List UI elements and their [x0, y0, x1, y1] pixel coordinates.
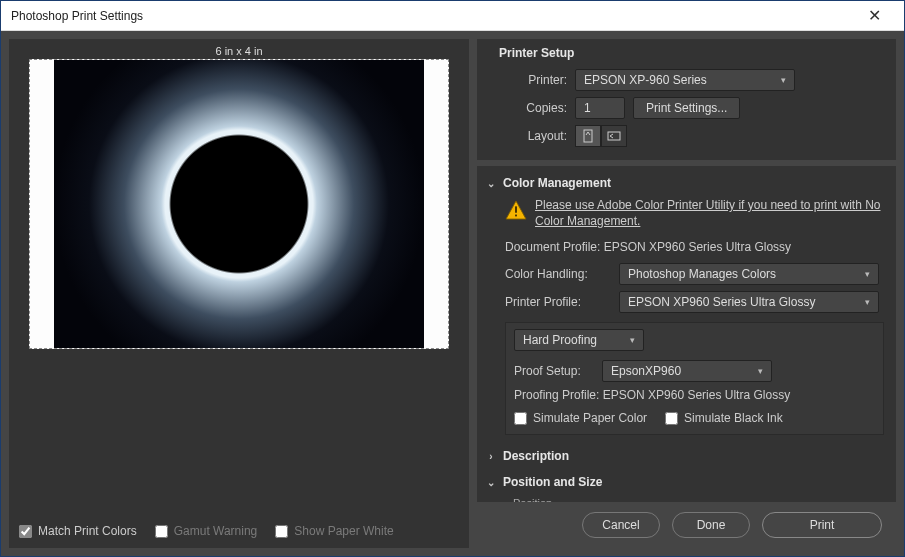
gamut-warning-checkbox[interactable]: Gamut Warning — [155, 524, 258, 538]
preview-options: Match Print Colors Gamut Warning Show Pa… — [15, 516, 463, 542]
svg-rect-4 — [515, 215, 517, 217]
color-handling-dropdown[interactable]: Photoshop Manages Colors ▾ — [619, 263, 879, 285]
color-management-title: Color Management — [503, 176, 611, 190]
svg-rect-3 — [515, 206, 517, 212]
description-title: Description — [503, 449, 569, 463]
printer-profile-label: Printer Profile: — [505, 295, 611, 309]
proofing-mode-value: Hard Proofing — [523, 333, 597, 347]
proofing-profile-line: Proofing Profile: EPSON XP960 Series Ult… — [514, 385, 875, 408]
cancel-button[interactable]: Cancel — [582, 512, 660, 538]
match-print-colors-label: Match Print Colors — [38, 524, 137, 538]
content-area: 6 in x 4 in Match Print Colors Gamut War… — [1, 31, 904, 556]
window-title: Photoshop Print Settings — [11, 9, 854, 23]
chevron-right-icon: › — [485, 451, 497, 462]
preview-panel: 6 in x 4 in Match Print Colors Gamut War… — [9, 39, 469, 548]
document-profile-line: Document Profile: EPSON XP960 Series Ult… — [505, 237, 884, 260]
proof-setup-dropdown[interactable]: EpsonXP960 ▾ — [602, 360, 772, 382]
color-management-section: ⌄ Color Management Please use Adobe Colo… — [483, 172, 888, 441]
description-toggle[interactable]: › Description — [483, 445, 888, 467]
layout-landscape-button[interactable] — [601, 125, 627, 147]
copies-input[interactable]: 1 — [575, 97, 625, 119]
printer-setup-section: Printer Setup Printer: EPSON XP-960 Seri… — [477, 39, 896, 160]
settings-panel: Printer Setup Printer: EPSON XP-960 Seri… — [477, 39, 896, 548]
color-management-toggle[interactable]: ⌄ Color Management — [483, 172, 888, 194]
position-size-section: ⌄ Position and Size Position — [483, 471, 888, 502]
description-section: › Description — [483, 445, 888, 467]
simulate-paper-color-label: Simulate Paper Color — [533, 411, 647, 425]
proofing-mode-dropdown[interactable]: Hard Proofing ▾ — [514, 329, 644, 351]
chevron-down-icon: ⌄ — [485, 178, 497, 189]
printer-setup-title: Printer Setup — [489, 43, 884, 66]
paper-size-label: 6 in x 4 in — [15, 45, 463, 57]
proof-setup-value: EpsonXP960 — [611, 364, 681, 378]
simulate-paper-color-input[interactable] — [514, 412, 527, 425]
position-size-title: Position and Size — [503, 475, 602, 489]
print-settings-window: Photoshop Print Settings ✕ 6 in x 4 in M… — [0, 0, 905, 557]
show-paper-white-label: Show Paper White — [294, 524, 393, 538]
gamut-warning-label: Gamut Warning — [174, 524, 258, 538]
gamut-warning-input[interactable] — [155, 525, 168, 538]
color-handling-label: Color Handling: — [505, 267, 611, 281]
preview-box: 6 in x 4 in — [15, 45, 463, 349]
printer-dropdown[interactable]: EPSON XP-960 Series ▾ — [575, 69, 795, 91]
paper-preview[interactable] — [29, 59, 449, 349]
chevron-down-icon: ▾ — [630, 335, 635, 345]
layout-label: Layout: — [489, 129, 567, 143]
landscape-icon — [607, 129, 621, 143]
printer-label: Printer: — [489, 73, 567, 87]
chevron-down-icon: ▾ — [758, 366, 763, 376]
done-button[interactable]: Done — [672, 512, 750, 538]
print-button[interactable]: Print — [762, 512, 882, 538]
layout-toggle — [575, 125, 627, 147]
color-utility-link[interactable]: Please use Adobe Color Printer Utility i… — [535, 198, 884, 229]
chevron-down-icon: ⌄ — [485, 477, 497, 488]
layout-portrait-button[interactable] — [575, 125, 601, 147]
match-print-colors-checkbox[interactable]: Match Print Colors — [19, 524, 137, 538]
printer-profile-value: EPSON XP960 Series Ultra Glossy — [628, 295, 815, 309]
position-subheading: Position — [483, 493, 888, 502]
simulate-black-ink-input[interactable] — [665, 412, 678, 425]
show-paper-white-checkbox[interactable]: Show Paper White — [275, 524, 393, 538]
chevron-down-icon: ▾ — [865, 269, 870, 279]
preview-image — [54, 60, 424, 348]
copies-label: Copies: — [489, 101, 567, 115]
proofing-box: Hard Proofing ▾ Proof Setup: EpsonXP960 … — [505, 322, 884, 435]
warning-icon — [505, 200, 527, 220]
close-button[interactable]: ✕ — [854, 3, 894, 29]
portrait-icon — [581, 129, 595, 143]
simulate-paper-color-checkbox[interactable]: Simulate Paper Color — [514, 411, 647, 425]
chevron-down-icon: ▾ — [865, 297, 870, 307]
show-paper-white-input[interactable] — [275, 525, 288, 538]
titlebar: Photoshop Print Settings ✕ — [1, 1, 904, 31]
printer-value: EPSON XP-960 Series — [584, 73, 707, 87]
position-size-toggle[interactable]: ⌄ Position and Size — [483, 471, 888, 493]
settings-scroll[interactable]: ⌄ Color Management Please use Adobe Colo… — [477, 166, 896, 502]
simulate-black-ink-label: Simulate Black Ink — [684, 411, 783, 425]
match-print-colors-input[interactable] — [19, 525, 32, 538]
color-handling-value: Photoshop Manages Colors — [628, 267, 776, 281]
print-settings-button[interactable]: Print Settings... — [633, 97, 740, 119]
simulate-black-ink-checkbox[interactable]: Simulate Black Ink — [665, 411, 783, 425]
proof-setup-label: Proof Setup: — [514, 364, 594, 378]
dialog-footer: Cancel Done Print — [477, 502, 896, 548]
printer-profile-dropdown[interactable]: EPSON XP960 Series Ultra Glossy ▾ — [619, 291, 879, 313]
chevron-down-icon: ▾ — [781, 75, 786, 85]
